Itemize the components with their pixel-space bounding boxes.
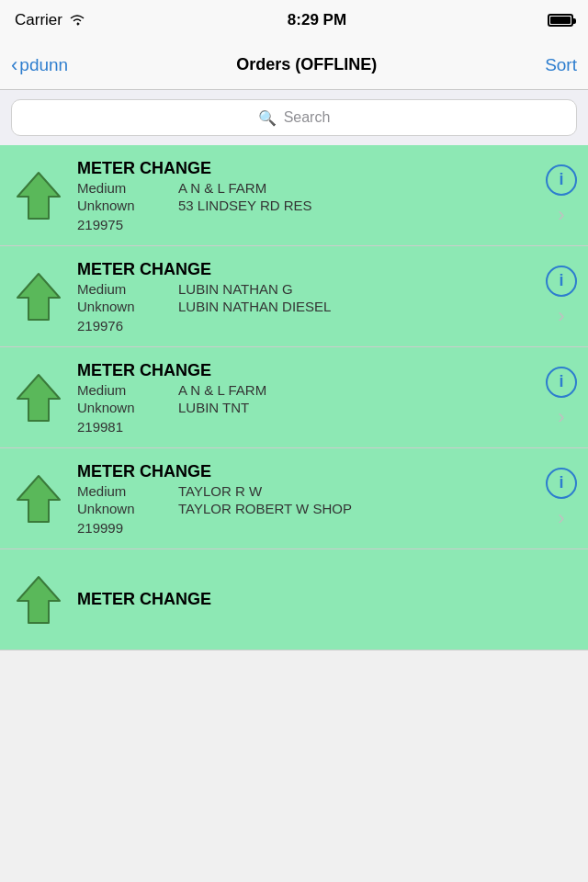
- order-content: METER CHANGE: [77, 590, 577, 609]
- status-time: 8:29 PM: [288, 11, 346, 29]
- svg-marker-4: [17, 577, 60, 623]
- status-label: Unknown: [77, 400, 160, 415]
- address-value: LUBIN TNT: [178, 400, 249, 415]
- status-label: Unknown: [77, 299, 160, 314]
- back-label: pdunn: [19, 55, 68, 75]
- chevron-right-icon: ›: [558, 405, 564, 429]
- order-number: 219999: [77, 520, 535, 536]
- search-container: 🔍 Search: [0, 90, 588, 145]
- order-priority-row: Medium A N & L FARM: [77, 382, 535, 398]
- customer-name: LUBIN NATHAN G: [178, 281, 293, 297]
- list-item[interactable]: METER CHANGE Medium LUBIN NATHAN G Unkno…: [0, 246, 588, 347]
- chevron-right-icon: ›: [558, 203, 564, 227]
- customer-name: TAYLOR R W: [178, 483, 262, 499]
- list-item[interactable]: METER CHANGE Medium TAYLOR R W Unknown T…: [0, 448, 588, 549]
- info-button[interactable]: i: [546, 266, 577, 297]
- order-number: 219981: [77, 419, 535, 435]
- search-icon: 🔍: [258, 109, 277, 127]
- order-status-row: Unknown LUBIN TNT: [77, 400, 535, 415]
- chevron-right-icon: ›: [558, 304, 564, 328]
- carrier-label: Carrier: [15, 11, 62, 29]
- order-type: METER CHANGE: [77, 260, 535, 279]
- order-priority-row: Medium LUBIN NATHAN G: [77, 281, 535, 297]
- order-arrow-icon: [11, 269, 66, 324]
- order-actions: i ›: [546, 367, 577, 429]
- order-content: METER CHANGE Medium LUBIN NATHAN G Unkno…: [77, 260, 535, 334]
- order-content: METER CHANGE Medium A N & L FARM Unknown…: [77, 159, 535, 232]
- order-type: METER CHANGE: [77, 361, 535, 380]
- order-arrow-icon: [11, 471, 66, 526]
- svg-marker-1: [17, 274, 60, 320]
- order-type: METER CHANGE: [77, 590, 577, 609]
- order-actions: i ›: [546, 266, 577, 328]
- battery-icon: [548, 14, 573, 27]
- status-right: [548, 14, 573, 27]
- order-type: METER CHANGE: [77, 159, 535, 178]
- priority-label: Medium: [77, 180, 160, 196]
- list-item[interactable]: METER CHANGE Medium A N & L FARM Unknown…: [0, 145, 588, 246]
- search-bar[interactable]: 🔍 Search: [11, 99, 577, 136]
- order-actions: i ›: [546, 164, 577, 227]
- order-number: 219976: [77, 318, 535, 334]
- customer-name: A N & L FARM: [178, 382, 266, 398]
- order-list: METER CHANGE Medium A N & L FARM Unknown…: [0, 145, 588, 650]
- order-priority-row: Medium A N & L FARM: [77, 180, 535, 196]
- info-button[interactable]: i: [546, 164, 577, 196]
- address-value: LUBIN NATHAN DIESEL: [178, 299, 331, 314]
- chevron-right-icon: ›: [558, 506, 564, 530]
- back-button[interactable]: ‹ pdunn: [11, 55, 68, 75]
- address-value: 53 LINDSEY RD RES: [178, 198, 312, 213]
- back-chevron-icon: ‹: [11, 55, 17, 75]
- wifi-icon: [68, 13, 86, 28]
- order-content: METER CHANGE Medium A N & L FARM Unknown…: [77, 361, 535, 435]
- status-bar: Carrier 8:29 PM: [0, 0, 588, 40]
- info-button[interactable]: i: [546, 468, 577, 499]
- order-arrow-icon: [11, 168, 66, 223]
- order-arrow-icon: [11, 370, 66, 425]
- info-button[interactable]: i: [546, 367, 577, 398]
- order-content: METER CHANGE Medium TAYLOR R W Unknown T…: [77, 462, 535, 536]
- order-actions: i ›: [546, 468, 577, 530]
- sort-button[interactable]: Sort: [545, 55, 577, 75]
- nav-bar: ‹ pdunn Orders (OFFLINE) Sort: [0, 40, 588, 90]
- nav-title: Orders (OFFLINE): [236, 55, 377, 74]
- status-label: Unknown: [77, 198, 160, 213]
- order-arrow-icon: [11, 572, 66, 628]
- search-placeholder: Search: [284, 109, 331, 126]
- priority-label: Medium: [77, 382, 160, 398]
- customer-name: A N & L FARM: [178, 180, 266, 196]
- order-type: METER CHANGE: [77, 462, 535, 481]
- order-status-row: Unknown TAYLOR ROBERT W SHOP: [77, 501, 535, 516]
- svg-marker-2: [17, 375, 60, 421]
- order-status-row: Unknown 53 LINDSEY RD RES: [77, 198, 535, 213]
- list-item[interactable]: METER CHANGE: [0, 549, 588, 650]
- svg-marker-3: [17, 476, 60, 522]
- priority-label: Medium: [77, 281, 160, 297]
- status-left: Carrier: [15, 11, 86, 29]
- priority-label: Medium: [77, 483, 160, 499]
- order-number: 219975: [77, 217, 535, 232]
- order-status-row: Unknown LUBIN NATHAN DIESEL: [77, 299, 535, 314]
- svg-marker-0: [17, 173, 60, 219]
- status-label: Unknown: [77, 501, 160, 516]
- order-priority-row: Medium TAYLOR R W: [77, 483, 535, 499]
- address-value: TAYLOR ROBERT W SHOP: [178, 501, 352, 516]
- list-item[interactable]: METER CHANGE Medium A N & L FARM Unknown…: [0, 347, 588, 448]
